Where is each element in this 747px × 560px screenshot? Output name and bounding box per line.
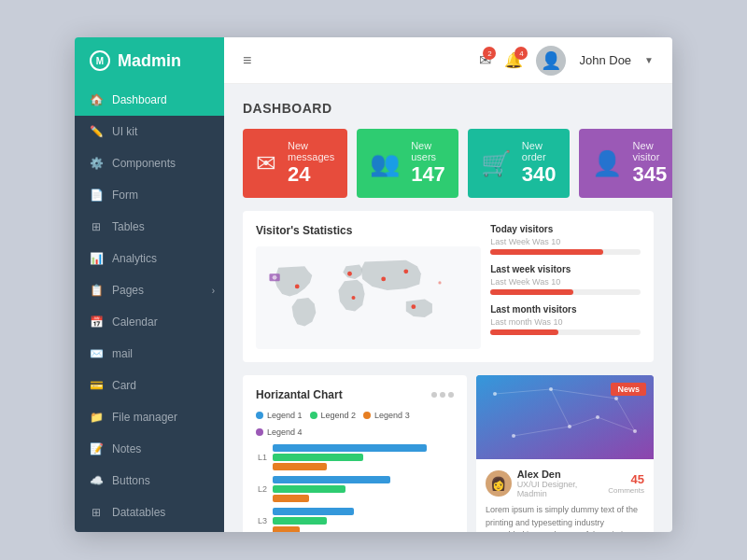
- news-card-image: News: [476, 375, 654, 459]
- svg-point-3: [403, 270, 408, 274]
- chart-dot-2: [440, 392, 445, 398]
- notification-icon-button[interactable]: 🔔 4: [504, 51, 523, 69]
- mail-icon-button[interactable]: ✉ 2: [479, 51, 491, 69]
- bar-1-1: [273, 485, 345, 493]
- visitor-stats-side: Today visitors Last Week Was 10 Last wee…: [490, 224, 641, 349]
- sidebar-item-file-manager[interactable]: 📁 File manager: [75, 401, 224, 433]
- sidebar-nav: 🏠 Dashboard ✏️ UI kit ⚙️ Components 📄 Fo…: [75, 84, 224, 532]
- logo-icon: M: [90, 50, 110, 71]
- sidebar-icon-calendar: 📅: [90, 315, 103, 329]
- last-month-bar-fill: [490, 329, 557, 335]
- sidebar-item-card[interactable]: 💳 Card: [75, 370, 224, 401]
- bar-chart-area: L1 L2 L3 L4: [256, 444, 454, 532]
- last-week-bar-fill: [490, 289, 572, 295]
- visitor-section: Visitor's Statistics: [243, 211, 654, 362]
- sidebar-item-calendar[interactable]: 📅 Calendar: [75, 306, 224, 338]
- bar-group-1: [273, 476, 454, 502]
- svg-point-5: [352, 296, 356, 300]
- last-week-sub: Last Week Was 10: [490, 277, 641, 287]
- sidebar-item-form[interactable]: 📄 Form: [75, 179, 224, 211]
- stat-card-label-messages: New messages: [288, 140, 334, 162]
- sidebar-icon-ui-kit: ✏️: [90, 125, 103, 138]
- stat-card-users[interactable]: 👥 New users 147: [357, 129, 458, 198]
- main-content: ≡ ✉ 2 🔔 4 👤 John Doe ▼ DASHBOARD ✉: [224, 37, 672, 532]
- hamburger-button[interactable]: ≡: [243, 52, 251, 69]
- sidebar-label-calendar: Calendar: [112, 315, 158, 329]
- chart-dot-1: [431, 392, 437, 398]
- news-author-details: Alex Den UX/UI Designer, Madmin: [517, 469, 609, 498]
- sidebar-item-dashboard[interactable]: 🏠 Dashboard: [75, 84, 224, 116]
- stat-card-icon-visitors: 👤: [592, 149, 622, 178]
- stat-card-info-messages: New messages 24: [288, 140, 334, 187]
- chart-card-header: Horizantal Chart: [256, 388, 454, 401]
- stat-card-value-orders: 340: [522, 162, 557, 187]
- sidebar-label-components: Components: [112, 157, 176, 170]
- stat-card-messages[interactable]: ✉ New messages 24: [243, 129, 347, 198]
- legend-dot-3: [256, 428, 263, 436]
- sidebar-item-pages[interactable]: 📋 Pages ›: [75, 274, 224, 306]
- sidebar-arrow-pages: ›: [212, 286, 215, 296]
- chart-title: Horizantal Chart: [256, 388, 343, 401]
- sidebar-item-notes[interactable]: 📝 Notes: [75, 433, 224, 465]
- map-section: Visitor's Statistics: [256, 224, 481, 349]
- news-avatar: 👩: [486, 470, 512, 497]
- svg-point-1: [347, 272, 352, 276]
- sidebar-item-mail[interactable]: ✉️ mail: [75, 338, 224, 370]
- sidebar-logo[interactable]: M Madmin: [75, 37, 224, 84]
- sidebar-icon-file-manager: 📁: [90, 411, 103, 424]
- bottom-section: Horizantal Chart Legend 1 Legend 2 Legen…: [243, 375, 654, 532]
- stat-card-icon-messages: ✉: [256, 149, 276, 178]
- user-name[interactable]: John Doe: [579, 53, 631, 67]
- legend-label-0: Legend 1: [267, 411, 303, 420]
- sidebar-item-analytics[interactable]: 📊 Analytics: [75, 243, 224, 274]
- stat-card-value-visitors: 345: [633, 162, 668, 187]
- legend-item-1: Legend 2: [310, 411, 357, 420]
- stat-card-value-messages: 24: [288, 162, 334, 187]
- legend-label-2: Legend 3: [374, 411, 410, 420]
- bar-row-0: L1: [256, 444, 454, 470]
- sidebar-icon-datatables: ⊞: [90, 506, 103, 519]
- today-visitors-row: Today visitors Last Week Was 10: [490, 224, 641, 255]
- user-avatar: 👤: [536, 46, 566, 76]
- last-week-bar-bg: [490, 289, 641, 295]
- bar-0-0: [273, 444, 427, 452]
- stat-card-info-visitors: New visitor 345: [633, 140, 668, 187]
- chart-card: Horizantal Chart Legend 1 Legend 2 Legen…: [243, 375, 467, 532]
- stat-card-label-visitors: New visitor: [633, 140, 668, 162]
- legend-item-3: Legend 4: [256, 427, 303, 437]
- world-map: [256, 246, 481, 349]
- news-card: News 👩 Alex Den UX/UI Designer, Madmin: [476, 375, 654, 532]
- sidebar-label-notes: Notes: [112, 442, 141, 455]
- sidebar-item-buttons[interactable]: ☁️ Buttons: [75, 465, 224, 497]
- sidebar-label-form: Form: [112, 189, 138, 202]
- news-badge: News: [611, 383, 646, 396]
- news-author-name: Alex Den: [517, 469, 609, 480]
- sidebar-label-card: Card: [112, 379, 136, 392]
- sidebar-item-ui-kit[interactable]: ✏️ UI kit: [75, 116, 224, 147]
- stat-card-label-users: New users: [411, 140, 445, 162]
- sidebar-item-datatables[interactable]: ⊞ Datatables: [75, 497, 224, 528]
- sidebar-icon-analytics: 📊: [90, 252, 103, 265]
- stat-card-visitors[interactable]: 👤 New visitor 345: [579, 129, 672, 198]
- notification-badge: 4: [514, 47, 528, 60]
- chart-dot-3: [448, 392, 454, 398]
- bar-row-2: L3: [256, 508, 454, 532]
- sidebar-icon-card: 💳: [90, 379, 103, 392]
- sidebar-item-components[interactable]: ⚙️ Components: [75, 147, 224, 179]
- top-navbar: ≡ ✉ 2 🔔 4 👤 John Doe ▼: [224, 37, 672, 84]
- stat-card-orders[interactable]: 🛒 New order 340: [468, 129, 570, 198]
- stat-card-label-orders: New order: [522, 140, 557, 162]
- stat-cards: ✉ New messages 24 👥 New users 147 🛒 New …: [243, 129, 654, 198]
- sidebar-label-tables: Tables: [112, 220, 145, 233]
- sidebar-item-miscellaneous[interactable]: ⚙️ Miscellaneous: [75, 528, 224, 532]
- sidebar-icon-mail: ✉️: [90, 347, 103, 360]
- stat-card-icon-users: 👥: [370, 149, 400, 178]
- sidebar-label-dashboard: Dashboard: [112, 93, 167, 106]
- logo-text: Madmin: [118, 51, 181, 71]
- svg-point-0: [295, 285, 300, 289]
- sidebar-icon-buttons: ☁️: [90, 474, 103, 487]
- user-dropdown-icon[interactable]: ▼: [644, 55, 654, 65]
- sidebar-icon-pages: 📋: [90, 284, 103, 297]
- sidebar-icon-tables: ⊞: [90, 220, 103, 233]
- sidebar-item-tables[interactable]: ⊞ Tables: [75, 211, 224, 243]
